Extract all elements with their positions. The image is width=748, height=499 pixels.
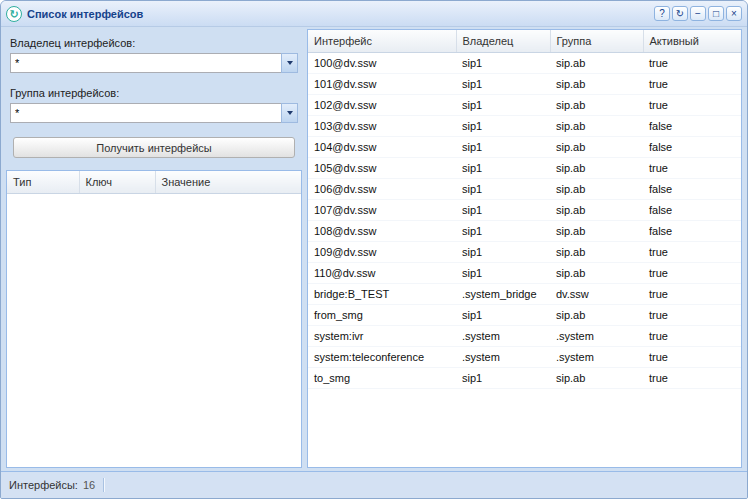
table-cell: sip.ab	[550, 94, 643, 115]
table-cell: 103@dv.ssw	[308, 115, 456, 136]
status-label: Интерфейсы:	[9, 479, 78, 491]
table-cell: true	[643, 241, 741, 262]
table-cell: false	[643, 199, 741, 220]
group-combobox[interactable]	[10, 103, 298, 123]
table-cell: sip1	[456, 157, 550, 178]
table-cell: 100@dv.ssw	[308, 52, 456, 73]
table-row[interactable]: 103@dv.sswsip1sip.abfalse	[308, 115, 741, 136]
column-header-value[interactable]: Значение	[155, 171, 301, 193]
window-title: Список интерфейсов	[27, 8, 654, 20]
table-cell: system:teleconference	[308, 346, 456, 367]
table-cell: true	[643, 73, 741, 94]
table-row[interactable]: 109@dv.sswsip1sip.abtrue	[308, 241, 741, 262]
table-cell: sip1	[456, 178, 550, 199]
close-button[interactable]: ×	[726, 6, 742, 21]
table-row[interactable]: bridge:B_TEST.system_bridgedv.sswtrue	[308, 283, 741, 304]
table-cell: .system_bridge	[456, 283, 550, 304]
window-titlebar[interactable]: ↻ Список интерфейсов ? ↻ − □ ×	[1, 1, 747, 27]
owner-input[interactable]	[10, 53, 281, 73]
table-cell: sip1	[456, 262, 550, 283]
table-cell: sip1	[456, 73, 550, 94]
owner-dropdown-trigger[interactable]	[281, 53, 298, 73]
table-cell: sip.ab	[550, 73, 643, 94]
table-cell: .system	[550, 325, 643, 346]
table-cell: sip.ab	[550, 241, 643, 262]
filter-form: Владелец интерфейсов: Группа интерфейсов…	[6, 29, 302, 164]
table-row[interactable]: to_smgsip1sip.abtrue	[308, 367, 741, 388]
table-row[interactable]: from_smgsip1sip.abtrue	[308, 304, 741, 325]
table-cell: sip1	[456, 241, 550, 262]
chevron-down-icon	[287, 61, 293, 65]
table-cell: sip.ab	[550, 115, 643, 136]
table-cell: false	[643, 115, 741, 136]
refresh-button[interactable]: ↻	[672, 6, 688, 21]
table-cell: sip1	[456, 199, 550, 220]
table-cell: system:ivr	[308, 325, 456, 346]
table-cell: 102@dv.ssw	[308, 94, 456, 115]
table-row[interactable]: 104@dv.sswsip1sip.abfalse	[308, 136, 741, 157]
table-row[interactable]: system:teleconference.system.systemtrue	[308, 346, 741, 367]
table-cell: .system	[456, 325, 550, 346]
table-cell: true	[643, 52, 741, 73]
table-cell: false	[643, 178, 741, 199]
table-cell: to_smg	[308, 367, 456, 388]
column-header-owner[interactable]: Владелец	[456, 30, 550, 52]
table-row[interactable]: 105@dv.sswsip1sip.abtrue	[308, 157, 741, 178]
table-row[interactable]: 106@dv.sswsip1sip.abfalse	[308, 178, 741, 199]
window-body: Владелец интерфейсов: Группа интерфейсов…	[1, 27, 747, 471]
table-cell: sip.ab	[550, 367, 643, 388]
table-cell: true	[643, 325, 741, 346]
column-header-group[interactable]: Группа	[550, 30, 643, 52]
table-cell: sip.ab	[550, 157, 643, 178]
table-cell: true	[643, 367, 741, 388]
table-cell: true	[643, 304, 741, 325]
table-row[interactable]: 101@dv.sswsip1sip.abtrue	[308, 73, 741, 94]
table-cell: bridge:B_TEST	[308, 283, 456, 304]
table-cell: sip.ab	[550, 136, 643, 157]
interfaces-grid: Интерфейс Владелец Группа Активный 100@d…	[307, 29, 742, 468]
help-button[interactable]: ?	[654, 6, 670, 21]
table-cell: true	[643, 346, 741, 367]
status-bar: Интерфейсы: 16	[1, 471, 747, 498]
table-cell: sip1	[456, 94, 550, 115]
table-row[interactable]: 108@dv.sswsip1sip.abfalse	[308, 220, 741, 241]
table-cell: sip1	[456, 115, 550, 136]
group-input[interactable]	[10, 103, 281, 123]
table-row[interactable]: 100@dv.sswsip1sip.abtrue	[308, 52, 741, 73]
window-controls: ? ↻ − □ ×	[654, 6, 742, 21]
minimize-button[interactable]: −	[690, 6, 706, 21]
table-cell: sip.ab	[550, 220, 643, 241]
fetch-interfaces-button[interactable]: Получить интерфейсы	[13, 137, 295, 158]
table-row[interactable]: system:ivr.system.systemtrue	[308, 325, 741, 346]
owner-combobox[interactable]	[10, 53, 298, 73]
interfaces-header-row: Интерфейс Владелец Группа Активный	[308, 30, 741, 52]
table-cell: dv.ssw	[550, 283, 643, 304]
maximize-button[interactable]: □	[708, 6, 724, 21]
table-cell: 105@dv.ssw	[308, 157, 456, 178]
table-cell: sip.ab	[550, 262, 643, 283]
column-header-type[interactable]: Тип	[7, 171, 79, 193]
table-cell: 108@dv.ssw	[308, 220, 456, 241]
properties-header-row: Тип Ключ Значение	[7, 171, 301, 193]
table-cell: true	[643, 262, 741, 283]
owner-label: Владелец интерфейсов:	[10, 37, 298, 49]
group-label: Группа интерфейсов:	[10, 87, 298, 99]
column-header-interface[interactable]: Интерфейс	[308, 30, 456, 52]
table-row[interactable]: 107@dv.sswsip1sip.abfalse	[308, 199, 741, 220]
table-row[interactable]: 102@dv.sswsip1sip.abtrue	[308, 94, 741, 115]
table-cell: true	[643, 94, 741, 115]
column-header-key[interactable]: Ключ	[79, 171, 155, 193]
status-count: 16	[83, 479, 95, 491]
table-cell: from_smg	[308, 304, 456, 325]
group-dropdown-trigger[interactable]	[281, 103, 298, 123]
table-row[interactable]: 110@dv.sswsip1sip.abtrue	[308, 262, 741, 283]
table-cell: 104@dv.ssw	[308, 136, 456, 157]
column-header-active[interactable]: Активный	[643, 30, 741, 52]
table-cell: 109@dv.ssw	[308, 241, 456, 262]
table-cell: .system	[550, 346, 643, 367]
table-cell: sip.ab	[550, 52, 643, 73]
app-icon: ↻	[6, 6, 22, 22]
table-cell: true	[643, 283, 741, 304]
table-cell: sip.ab	[550, 304, 643, 325]
table-cell: sip1	[456, 136, 550, 157]
